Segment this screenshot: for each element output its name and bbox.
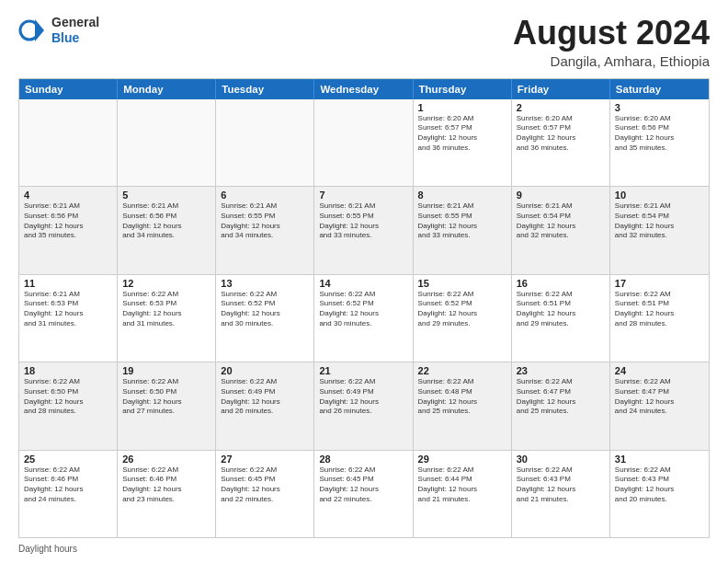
cell-text: Sunrise: 6:22 AMSunset: 6:43 PMDaylight:… [615,465,704,505]
day-number: 13 [221,278,309,289]
logo-svg [18,16,48,45]
calendar-cell: 12Sunrise: 6:22 AMSunset: 6:53 PMDayligh… [118,275,216,362]
cell-text: Sunrise: 6:22 AMSunset: 6:52 PMDaylight:… [221,290,309,329]
calendar-cell: 7Sunrise: 6:21 AMSunset: 6:55 PMDaylight… [314,187,413,273]
cell-text: Sunrise: 6:22 AMSunset: 6:45 PMDaylight:… [319,465,407,505]
calendar-cell: 3Sunrise: 6:20 AMSunset: 6:56 PMDaylight… [610,99,709,186]
day-number: 24 [615,365,704,376]
footer: Daylight hours [18,544,710,554]
daylight-hours-label: Daylight hours [18,544,77,554]
day-number: 14 [319,278,407,289]
day-number: 12 [122,278,210,289]
cell-text: Sunrise: 6:21 AMSunset: 6:53 PMDaylight:… [24,290,112,329]
calendar-header: SundayMondayTuesdayWednesdayThursdayFrid… [19,79,709,99]
calendar-cell [118,99,216,186]
calendar-header-cell: Wednesday [314,79,413,99]
calendar-row: 1Sunrise: 6:20 AMSunset: 6:57 PMDaylight… [19,99,709,187]
calendar-cell: 28Sunrise: 6:22 AMSunset: 6:45 PMDayligh… [314,451,413,537]
cell-text: Sunrise: 6:22 AMSunset: 6:50 PMDaylight:… [24,377,112,417]
calendar-cell: 25Sunrise: 6:22 AMSunset: 6:46 PMDayligh… [19,451,118,537]
calendar-header-cell: Thursday [414,79,512,99]
day-number: 31 [615,454,704,465]
calendar-cell: 15Sunrise: 6:22 AMSunset: 6:52 PMDayligh… [414,275,512,362]
cell-text: Sunrise: 6:22 AMSunset: 6:52 PMDaylight:… [418,290,506,329]
calendar-cell: 19Sunrise: 6:22 AMSunset: 6:50 PMDayligh… [118,362,216,449]
calendar-cell: 29Sunrise: 6:22 AMSunset: 6:44 PMDayligh… [414,451,512,537]
cell-text: Sunrise: 6:21 AMSunset: 6:55 PMDaylight:… [418,201,506,241]
cell-text: Sunrise: 6:22 AMSunset: 6:49 PMDaylight:… [221,377,309,417]
cell-text: Sunrise: 6:20 AMSunset: 6:56 PMDaylight:… [615,114,704,154]
day-number: 6 [221,190,309,201]
calendar: SundayMondayTuesdayWednesdayThursdayFrid… [18,78,710,538]
calendar-cell: 20Sunrise: 6:22 AMSunset: 6:49 PMDayligh… [216,362,314,449]
title-main: August 2024 [513,15,710,52]
calendar-cell: 1Sunrise: 6:20 AMSunset: 6:57 PMDaylight… [414,99,512,186]
calendar-cell [314,99,413,186]
calendar-cell: 2Sunrise: 6:20 AMSunset: 6:57 PMDaylight… [512,99,610,186]
day-number: 8 [418,190,506,201]
cell-text: Sunrise: 6:22 AMSunset: 6:51 PMDaylight:… [517,290,605,329]
day-number: 4 [24,190,112,201]
calendar-header-cell: Friday [512,79,610,99]
calendar-cell: 14Sunrise: 6:22 AMSunset: 6:52 PMDayligh… [314,275,413,362]
cell-text: Sunrise: 6:21 AMSunset: 6:55 PMDaylight:… [319,201,407,241]
calendar-cell: 8Sunrise: 6:21 AMSunset: 6:55 PMDaylight… [414,187,512,273]
calendar-cell: 22Sunrise: 6:22 AMSunset: 6:48 PMDayligh… [414,362,512,449]
calendar-row: 25Sunrise: 6:22 AMSunset: 6:46 PMDayligh… [19,451,709,537]
calendar-row: 4Sunrise: 6:21 AMSunset: 6:56 PMDaylight… [19,187,709,274]
day-number: 21 [319,365,407,376]
calendar-cell [216,99,314,186]
day-number: 10 [615,190,704,201]
day-number: 30 [517,454,605,465]
day-number: 27 [221,454,309,465]
calendar-cell: 5Sunrise: 6:21 AMSunset: 6:56 PMDaylight… [118,187,216,273]
day-number: 26 [122,454,210,465]
cell-text: Sunrise: 6:22 AMSunset: 6:46 PMDaylight:… [24,465,112,505]
calendar-cell: 27Sunrise: 6:22 AMSunset: 6:45 PMDayligh… [216,451,314,537]
cell-text: Sunrise: 6:22 AMSunset: 6:45 PMDaylight:… [221,465,309,505]
calendar-body: 1Sunrise: 6:20 AMSunset: 6:57 PMDaylight… [19,99,709,537]
calendar-cell: 31Sunrise: 6:22 AMSunset: 6:43 PMDayligh… [610,451,709,537]
cell-text: Sunrise: 6:22 AMSunset: 6:43 PMDaylight:… [517,465,605,505]
cell-text: Sunrise: 6:22 AMSunset: 6:44 PMDaylight:… [418,465,506,505]
calendar-cell: 18Sunrise: 6:22 AMSunset: 6:50 PMDayligh… [19,362,118,449]
calendar-cell: 13Sunrise: 6:22 AMSunset: 6:52 PMDayligh… [216,275,314,362]
calendar-cell: 17Sunrise: 6:22 AMSunset: 6:51 PMDayligh… [610,275,709,362]
day-number: 5 [122,190,210,201]
day-number: 17 [615,278,704,289]
cell-text: Sunrise: 6:22 AMSunset: 6:47 PMDaylight:… [517,377,605,417]
calendar-cell: 30Sunrise: 6:22 AMSunset: 6:43 PMDayligh… [512,451,610,537]
calendar-row: 18Sunrise: 6:22 AMSunset: 6:50 PMDayligh… [19,362,709,450]
cell-text: Sunrise: 6:22 AMSunset: 6:48 PMDaylight:… [418,377,506,417]
calendar-cell: 4Sunrise: 6:21 AMSunset: 6:56 PMDaylight… [19,187,118,273]
day-number: 3 [615,102,704,113]
logo-general: General [51,15,99,30]
calendar-header-cell: Sunday [19,79,118,99]
day-number: 19 [122,365,210,376]
title-sub: Dangila, Amhara, Ethiopia [513,53,710,69]
day-number: 25 [24,454,112,465]
cell-text: Sunrise: 6:21 AMSunset: 6:55 PMDaylight:… [221,201,309,241]
day-number: 9 [517,190,605,201]
day-number: 20 [221,365,309,376]
day-number: 1 [418,102,506,113]
cell-text: Sunrise: 6:22 AMSunset: 6:52 PMDaylight:… [319,290,407,329]
day-number: 7 [319,190,407,201]
day-number: 28 [319,454,407,465]
day-number: 15 [418,278,506,289]
header: General Blue August 2024 Dangila, Amhara… [18,15,710,69]
day-number: 16 [517,278,605,289]
cell-text: Sunrise: 6:22 AMSunset: 6:46 PMDaylight:… [122,465,210,505]
cell-text: Sunrise: 6:22 AMSunset: 6:47 PMDaylight:… [615,377,704,417]
day-number: 2 [517,102,605,113]
calendar-cell: 21Sunrise: 6:22 AMSunset: 6:49 PMDayligh… [314,362,413,449]
calendar-cell: 23Sunrise: 6:22 AMSunset: 6:47 PMDayligh… [512,362,610,449]
title-block: August 2024 Dangila, Amhara, Ethiopia [513,15,710,69]
day-number: 18 [24,365,112,376]
calendar-cell: 26Sunrise: 6:22 AMSunset: 6:46 PMDayligh… [118,451,216,537]
calendar-cell: 9Sunrise: 6:21 AMSunset: 6:54 PMDaylight… [512,187,610,273]
calendar-header-cell: Saturday [610,79,709,99]
calendar-row: 11Sunrise: 6:21 AMSunset: 6:53 PMDayligh… [19,275,709,362]
logo-blue: Blue [51,30,99,46]
calendar-cell: 6Sunrise: 6:21 AMSunset: 6:55 PMDaylight… [216,187,314,273]
